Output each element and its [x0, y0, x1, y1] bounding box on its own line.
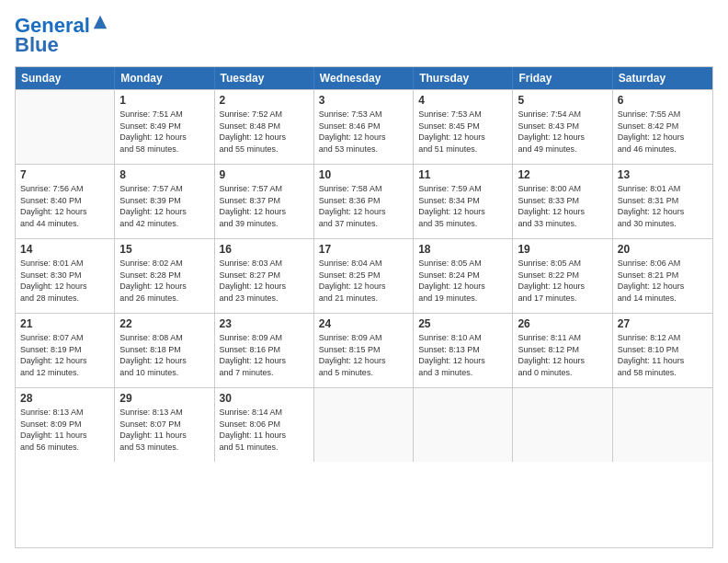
day-number: 21	[20, 317, 109, 330]
day-info: Sunrise: 7:52 AM Sunset: 8:48 PM Dayligh…	[220, 109, 309, 155]
page: General Blue SundayMondayTuesdayWednesda…	[0, 0, 728, 563]
calendar-week: 7Sunrise: 7:56 AM Sunset: 8:40 PM Daylig…	[16, 164, 712, 238]
day-info: Sunrise: 7:51 AM Sunset: 8:49 PM Dayligh…	[119, 109, 209, 155]
day-number: 8	[119, 168, 209, 181]
calendar-cell	[613, 388, 712, 462]
logo: General Blue	[15, 15, 108, 57]
day-info: Sunrise: 7:59 AM Sunset: 8:34 PM Dayligh…	[418, 183, 507, 229]
day-info: Sunrise: 8:01 AM Sunset: 8:31 PM Dayligh…	[618, 183, 708, 229]
day-number: 25	[418, 317, 507, 330]
day-number: 3	[319, 94, 408, 107]
calendar-cell: 25Sunrise: 8:10 AM Sunset: 8:13 PM Dayli…	[414, 314, 513, 387]
day-number: 13	[618, 168, 708, 181]
calendar-cell: 20Sunrise: 8:06 AM Sunset: 8:21 PM Dayli…	[613, 239, 712, 313]
day-info: Sunrise: 8:05 AM Sunset: 8:22 PM Dayligh…	[518, 258, 607, 304]
day-number: 22	[119, 317, 209, 330]
day-number: 29	[119, 392, 209, 405]
day-info: Sunrise: 8:06 AM Sunset: 8:21 PM Dayligh…	[618, 258, 708, 304]
day-number: 12	[518, 168, 607, 181]
calendar-week: 1Sunrise: 7:51 AM Sunset: 8:49 PM Daylig…	[16, 89, 712, 164]
day-number: 20	[618, 243, 708, 256]
day-info: Sunrise: 8:04 AM Sunset: 8:25 PM Dayligh…	[319, 258, 408, 304]
day-info: Sunrise: 8:03 AM Sunset: 8:27 PM Dayligh…	[220, 258, 309, 304]
day-info: Sunrise: 8:14 AM Sunset: 8:06 PM Dayligh…	[220, 407, 309, 453]
calendar-cell: 16Sunrise: 8:03 AM Sunset: 8:27 PM Dayli…	[215, 239, 314, 313]
day-info: Sunrise: 8:13 AM Sunset: 8:07 PM Dayligh…	[119, 407, 209, 453]
calendar-cell: 27Sunrise: 8:12 AM Sunset: 8:10 PM Dayli…	[613, 314, 712, 387]
day-info: Sunrise: 8:00 AM Sunset: 8:33 PM Dayligh…	[518, 183, 607, 229]
header: General Blue	[15, 15, 713, 57]
day-info: Sunrise: 8:12 AM Sunset: 8:10 PM Dayligh…	[618, 332, 708, 378]
day-number: 18	[418, 243, 507, 256]
day-number: 30	[220, 392, 309, 405]
day-number: 17	[319, 243, 408, 256]
day-info: Sunrise: 8:10 AM Sunset: 8:13 PM Dayligh…	[418, 332, 507, 378]
day-number: 2	[220, 94, 309, 107]
day-number: 26	[518, 317, 607, 330]
calendar-cell: 22Sunrise: 8:08 AM Sunset: 8:18 PM Dayli…	[115, 314, 214, 387]
day-info: Sunrise: 7:54 AM Sunset: 8:43 PM Dayligh…	[518, 109, 607, 155]
calendar-cell: 2Sunrise: 7:52 AM Sunset: 8:48 PM Daylig…	[215, 90, 314, 164]
calendar-cell: 8Sunrise: 7:57 AM Sunset: 8:39 PM Daylig…	[115, 165, 214, 238]
day-info: Sunrise: 8:13 AM Sunset: 8:09 PM Dayligh…	[20, 407, 109, 453]
calendar-cell: 29Sunrise: 8:13 AM Sunset: 8:07 PM Dayli…	[115, 388, 214, 462]
calendar-header-cell: Thursday	[414, 67, 513, 89]
calendar-cell	[314, 388, 414, 462]
calendar-cell: 14Sunrise: 8:01 AM Sunset: 8:30 PM Dayli…	[16, 239, 115, 313]
day-info: Sunrise: 8:09 AM Sunset: 8:16 PM Dayligh…	[220, 332, 309, 378]
calendar-cell: 18Sunrise: 8:05 AM Sunset: 8:24 PM Dayli…	[414, 239, 513, 313]
calendar-header-cell: Monday	[115, 67, 214, 89]
calendar-header-cell: Tuesday	[215, 67, 314, 89]
calendar-cell: 11Sunrise: 7:59 AM Sunset: 8:34 PM Dayli…	[414, 165, 513, 238]
day-number: 6	[618, 94, 708, 107]
day-number: 28	[20, 392, 109, 405]
calendar-cell: 7Sunrise: 7:56 AM Sunset: 8:40 PM Daylig…	[16, 165, 115, 238]
day-info: Sunrise: 8:09 AM Sunset: 8:15 PM Dayligh…	[319, 332, 408, 378]
day-info: Sunrise: 8:08 AM Sunset: 8:18 PM Dayligh…	[119, 332, 209, 378]
day-number: 24	[319, 317, 408, 330]
calendar-week: 21Sunrise: 8:07 AM Sunset: 8:19 PM Dayli…	[16, 313, 712, 387]
day-number: 10	[319, 168, 408, 181]
day-number: 23	[220, 317, 309, 330]
day-number: 1	[119, 94, 209, 107]
calendar-cell: 15Sunrise: 8:02 AM Sunset: 8:28 PM Dayli…	[115, 239, 214, 313]
calendar-cell: 3Sunrise: 7:53 AM Sunset: 8:46 PM Daylig…	[314, 90, 414, 164]
day-info: Sunrise: 8:01 AM Sunset: 8:30 PM Dayligh…	[20, 258, 109, 304]
day-info: Sunrise: 7:58 AM Sunset: 8:36 PM Dayligh…	[319, 183, 408, 229]
day-info: Sunrise: 8:07 AM Sunset: 8:19 PM Dayligh…	[20, 332, 109, 378]
calendar-cell	[16, 90, 115, 164]
day-number: 4	[418, 94, 507, 107]
svg-marker-0	[94, 16, 107, 29]
day-number: 27	[618, 317, 708, 330]
calendar-cell	[513, 388, 612, 462]
calendar-cell: 1Sunrise: 7:51 AM Sunset: 8:49 PM Daylig…	[115, 90, 214, 164]
logo-icon	[92, 14, 108, 30]
day-number: 15	[119, 243, 209, 256]
day-info: Sunrise: 7:53 AM Sunset: 8:46 PM Dayligh…	[319, 109, 408, 155]
day-number: 5	[518, 94, 607, 107]
day-number: 16	[220, 243, 309, 256]
calendar-cell: 12Sunrise: 8:00 AM Sunset: 8:33 PM Dayli…	[513, 165, 612, 238]
day-number: 7	[20, 168, 109, 181]
day-number: 14	[20, 243, 109, 256]
calendar-cell: 26Sunrise: 8:11 AM Sunset: 8:12 PM Dayli…	[513, 314, 612, 387]
calendar-cell: 9Sunrise: 7:57 AM Sunset: 8:37 PM Daylig…	[215, 165, 314, 238]
day-info: Sunrise: 7:56 AM Sunset: 8:40 PM Dayligh…	[20, 183, 109, 229]
day-info: Sunrise: 8:05 AM Sunset: 8:24 PM Dayligh…	[418, 258, 507, 304]
calendar-header-cell: Saturday	[613, 67, 712, 89]
calendar-cell: 30Sunrise: 8:14 AM Sunset: 8:06 PM Dayli…	[215, 388, 314, 462]
calendar-week: 28Sunrise: 8:13 AM Sunset: 8:09 PM Dayli…	[16, 387, 712, 462]
calendar-cell: 10Sunrise: 7:58 AM Sunset: 8:36 PM Dayli…	[314, 165, 414, 238]
calendar: SundayMondayTuesdayWednesdayThursdayFrid…	[15, 66, 713, 548]
calendar-cell: 6Sunrise: 7:55 AM Sunset: 8:42 PM Daylig…	[613, 90, 712, 164]
calendar-cell: 19Sunrise: 8:05 AM Sunset: 8:22 PM Dayli…	[513, 239, 612, 313]
day-number: 19	[518, 243, 607, 256]
day-number: 9	[220, 168, 309, 181]
calendar-cell	[414, 388, 513, 462]
calendar-header: SundayMondayTuesdayWednesdayThursdayFrid…	[16, 67, 712, 89]
day-info: Sunrise: 7:57 AM Sunset: 8:37 PM Dayligh…	[220, 183, 309, 229]
calendar-header-cell: Sunday	[16, 67, 115, 89]
calendar-cell: 17Sunrise: 8:04 AM Sunset: 8:25 PM Dayli…	[314, 239, 414, 313]
calendar-cell: 4Sunrise: 7:53 AM Sunset: 8:45 PM Daylig…	[414, 90, 513, 164]
calendar-cell: 21Sunrise: 8:07 AM Sunset: 8:19 PM Dayli…	[16, 314, 115, 387]
